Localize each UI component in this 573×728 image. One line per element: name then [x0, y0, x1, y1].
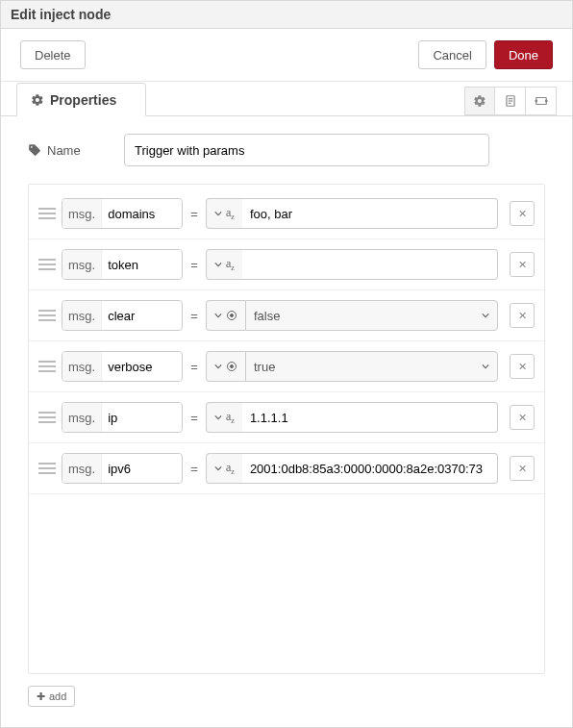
drag-handle-icon[interactable]: [38, 358, 56, 375]
dialog-title: Edit inject node: [1, 1, 572, 29]
value-wrap: az: [206, 249, 498, 280]
property-value-input[interactable]: [242, 198, 498, 229]
bool-value: false: [254, 309, 280, 323]
node-appearance-button[interactable]: [526, 87, 557, 115]
svg-rect-4: [536, 98, 546, 105]
delete-row-button[interactable]: ✕: [510, 303, 535, 328]
delete-row-button[interactable]: ✕: [510, 252, 535, 277]
close-icon: ✕: [518, 463, 527, 475]
property-key-input[interactable]: [102, 199, 181, 228]
delete-row-button[interactable]: ✕: [510, 456, 535, 481]
action-bar: Delete Cancel Done: [1, 29, 572, 82]
gear-icon: [31, 93, 44, 107]
msg-prefix: msg.: [62, 352, 102, 381]
layout-icon: [535, 94, 548, 108]
type-selector[interactable]: az: [206, 198, 242, 229]
close-icon: ✕: [518, 361, 527, 373]
equals-label: =: [188, 207, 200, 221]
property-key-box: msg.: [62, 351, 183, 382]
string-type-icon: az: [226, 410, 235, 425]
string-type-icon: az: [226, 206, 235, 221]
msg-prefix: msg.: [62, 454, 102, 483]
equals-label: =: [188, 360, 200, 374]
tag-icon: [28, 143, 41, 157]
delete-row-button[interactable]: ✕: [510, 201, 535, 226]
property-row: msg.=az✕: [29, 188, 544, 239]
equals-label: =: [188, 462, 200, 476]
value-wrap: true: [206, 351, 498, 382]
equals-label: =: [188, 309, 200, 323]
name-row: Name: [28, 134, 545, 166]
msg-prefix: msg.: [62, 250, 102, 279]
close-icon: ✕: [518, 259, 527, 271]
tab-properties-label: Properties: [50, 92, 116, 108]
property-row: msg.=az✕: [29, 443, 544, 494]
add-label: add: [49, 690, 66, 702]
tab-properties[interactable]: Properties: [16, 83, 146, 116]
type-selector[interactable]: [206, 300, 245, 331]
drag-handle-icon[interactable]: [38, 307, 56, 324]
property-key-box: msg.: [62, 402, 183, 433]
equals-label: =: [188, 411, 200, 425]
value-wrap: az: [206, 453, 498, 484]
property-value-input[interactable]: [242, 249, 498, 280]
property-key-input[interactable]: [102, 352, 181, 381]
bool-type-icon: [226, 361, 237, 372]
node-description-button[interactable]: [495, 87, 526, 115]
value-wrap: false: [206, 300, 498, 331]
delete-button[interactable]: Delete: [20, 40, 86, 69]
property-key-input[interactable]: [102, 250, 181, 279]
drag-handle-icon[interactable]: [38, 460, 56, 477]
svg-point-6: [545, 100, 547, 102]
property-key-box: msg.: [62, 453, 183, 484]
name-input[interactable]: [124, 134, 489, 166]
bool-type-icon: [226, 310, 237, 321]
string-type-icon: az: [226, 257, 235, 272]
add-button[interactable]: ✚ add: [28, 686, 75, 707]
property-row: msg.=az✕: [29, 239, 544, 290]
close-icon: ✕: [518, 412, 527, 424]
property-bool-select[interactable]: false: [245, 300, 498, 331]
type-selector[interactable]: az: [206, 249, 242, 280]
property-key-box: msg.: [62, 249, 183, 280]
property-row: msg.=true✕: [29, 341, 544, 392]
svg-point-5: [535, 100, 536, 102]
properties-list: msg.=az✕msg.=az✕msg.=false✕msg.=true✕msg…: [28, 184, 545, 674]
type-selector[interactable]: az: [206, 402, 242, 433]
property-key-input[interactable]: [102, 301, 181, 330]
bool-value: true: [254, 360, 275, 374]
property-key-box: msg.: [62, 300, 183, 331]
property-key-box: msg.: [62, 198, 183, 229]
property-row: msg.=az✕: [29, 392, 544, 443]
svg-point-8: [231, 314, 234, 317]
msg-prefix: msg.: [62, 403, 102, 432]
close-icon: ✕: [518, 208, 527, 220]
property-value-input[interactable]: [242, 402, 498, 433]
property-key-input[interactable]: [102, 403, 181, 432]
delete-row-button[interactable]: ✕: [510, 405, 535, 430]
property-row: msg.=false✕: [29, 290, 544, 341]
drag-handle-icon[interactable]: [38, 205, 56, 222]
value-wrap: az: [206, 198, 498, 229]
svg-point-10: [231, 365, 234, 368]
delete-row-button[interactable]: ✕: [510, 354, 535, 379]
property-bool-select[interactable]: true: [245, 351, 498, 382]
property-key-input[interactable]: [102, 454, 181, 483]
msg-prefix: msg.: [62, 199, 102, 228]
name-label: Name: [47, 143, 81, 158]
tabs-row: Properties: [1, 82, 572, 116]
type-selector[interactable]: [206, 351, 245, 382]
drag-handle-icon[interactable]: [38, 409, 56, 426]
equals-label: =: [188, 258, 200, 272]
type-selector[interactable]: az: [206, 453, 242, 484]
value-wrap: az: [206, 402, 498, 433]
file-icon: [504, 94, 517, 108]
property-value-input[interactable]: [242, 453, 498, 484]
done-button[interactable]: Done: [494, 40, 553, 69]
close-icon: ✕: [518, 310, 527, 322]
msg-prefix: msg.: [62, 301, 102, 330]
drag-handle-icon[interactable]: [38, 256, 56, 273]
cancel-button[interactable]: Cancel: [418, 40, 486, 69]
node-settings-button[interactable]: [464, 87, 495, 115]
gear-icon: [473, 94, 486, 108]
